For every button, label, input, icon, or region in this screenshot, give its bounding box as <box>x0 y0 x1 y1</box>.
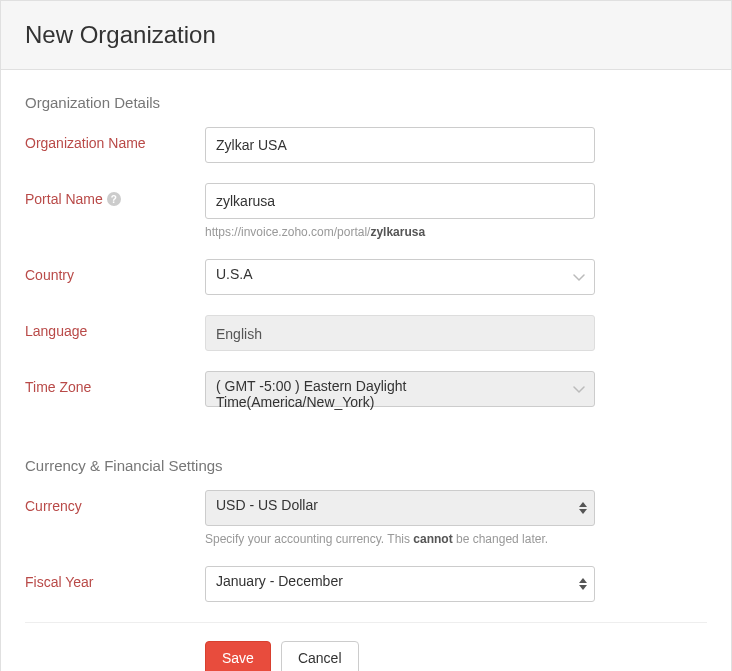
label-timezone: Time Zone <box>25 371 205 395</box>
currency-select[interactable]: USD - US Dollar <box>205 490 595 526</box>
row-timezone: Time Zone ( GMT -5:00 ) Eastern Daylight… <box>25 371 707 407</box>
portal-url-hint: https://invoice.zoho.com/portal/zylkarus… <box>205 225 595 239</box>
label-language: Language <box>25 315 205 339</box>
label-portal-name: Portal Name ? <box>25 183 205 207</box>
panel-body: Organization Details Organization Name P… <box>1 70 731 671</box>
section-currency-settings: Currency & Financial Settings <box>25 457 707 474</box>
org-name-input[interactable] <box>205 127 595 163</box>
row-fiscal-year: Fiscal Year January - December <box>25 566 707 602</box>
label-currency: Currency <box>25 490 205 514</box>
label-fiscal-year: Fiscal Year <box>25 566 205 590</box>
timezone-select[interactable]: ( GMT -5:00 ) Eastern Daylight Time(Amer… <box>205 371 595 407</box>
fiscal-year-select[interactable]: January - December <box>205 566 595 602</box>
section-org-details: Organization Details <box>25 94 707 111</box>
label-country: Country <box>25 259 205 283</box>
new-org-panel: New Organization Organization Details Or… <box>0 0 732 671</box>
row-org-name: Organization Name <box>25 127 707 163</box>
row-country: Country U.S.A <box>25 259 707 295</box>
page-title: New Organization <box>25 21 707 49</box>
row-portal-name: Portal Name ? https://invoice.zoho.com/p… <box>25 183 707 239</box>
language-display: English <box>205 315 595 351</box>
save-button[interactable]: Save <box>205 641 271 671</box>
help-icon[interactable]: ? <box>107 192 121 206</box>
portal-name-input[interactable] <box>205 183 595 219</box>
divider <box>25 622 707 623</box>
form-actions: Save Cancel <box>205 641 707 671</box>
panel-header: New Organization <box>1 1 731 70</box>
row-language: Language English <box>25 315 707 351</box>
country-select[interactable]: U.S.A <box>205 259 595 295</box>
currency-help: Specify your accounting currency. This c… <box>205 532 595 546</box>
row-currency: Currency USD - US Dollar Specify your ac… <box>25 490 707 546</box>
cancel-button[interactable]: Cancel <box>281 641 359 671</box>
label-org-name: Organization Name <box>25 127 205 151</box>
